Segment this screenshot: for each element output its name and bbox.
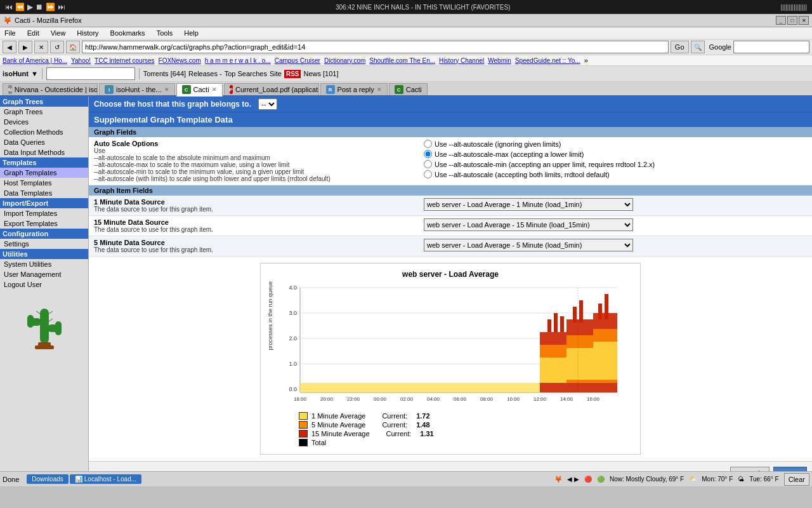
sidebar-item-data-queries[interactable]: Data Queries bbox=[0, 137, 88, 147]
host-select[interactable]: -- bbox=[258, 98, 277, 110]
radio-item-3[interactable]: Use --alt-autoscale-min (accepting an up… bbox=[424, 160, 807, 168]
sidebar-item-system-utilities[interactable]: System Utilities bbox=[0, 259, 88, 269]
bookmark-shoutfile[interactable]: Shoutfile.com The En... bbox=[369, 57, 435, 64]
media-play-btn[interactable]: ▶ bbox=[27, 3, 33, 11]
media-volume: |||||||||||||||| bbox=[780, 4, 807, 11]
site-link[interactable]: Site bbox=[270, 70, 282, 77]
forward-btn[interactable]: ▶ bbox=[18, 41, 32, 53]
bookmark-dict[interactable]: Dictionary.com bbox=[324, 57, 365, 64]
google-search-input[interactable] bbox=[733, 41, 809, 53]
go-btn[interactable]: Go bbox=[671, 41, 689, 53]
tab-reply-close[interactable]: ✕ bbox=[377, 86, 382, 93]
stop-btn[interactable]: ✕ bbox=[34, 41, 48, 53]
sidebar-item-user-management[interactable]: User Management bbox=[0, 269, 88, 279]
media-stop-btn[interactable]: ⏹ bbox=[36, 3, 43, 11]
tab-nirvana[interactable]: N Nirvana - Outcesticide | iso... ✕ bbox=[3, 83, 98, 95]
localhost-taskbar-item[interactable]: 📊 Localhost - Load... bbox=[70, 474, 141, 484]
legend-total-label: Total bbox=[311, 439, 326, 446]
sidebar-item-export-templates[interactable]: Export Templates bbox=[0, 218, 88, 229]
minimize-btn[interactable]: _ bbox=[776, 16, 786, 25]
isohunt-search-input[interactable] bbox=[46, 67, 135, 80]
cancel-button[interactable]: cancel bbox=[730, 467, 769, 471]
ds-1min-select[interactable]: web server - Load Average - 1 Minute (lo… bbox=[424, 198, 633, 211]
window-controls[interactable]: _ □ ✕ bbox=[776, 16, 809, 25]
ds-5min-select[interactable]: web server - Load Average - 5 Minute (lo… bbox=[424, 239, 633, 251]
clear-button[interactable]: Clear bbox=[784, 473, 809, 486]
bookmark-tcc[interactable]: TCC internet courses bbox=[95, 57, 154, 64]
releases-link[interactable]: Releases - bbox=[188, 70, 222, 77]
media-prev-btn[interactable]: ⏮ bbox=[5, 3, 13, 11]
legend-15min: 15 Minute Average Current: 1.31 bbox=[299, 430, 634, 438]
bookmark-fox[interactable]: FOXNews.com bbox=[159, 57, 201, 64]
maximize-btn[interactable]: □ bbox=[787, 16, 797, 25]
rss-badge[interactable]: RSS bbox=[284, 70, 301, 78]
menu-file[interactable]: File bbox=[3, 29, 18, 37]
sidebar-item-graph-trees[interactable]: Graph Trees bbox=[0, 107, 88, 117]
menu-history[interactable]: History bbox=[75, 29, 100, 37]
radio-item-4[interactable]: Use --alt-autoscale (accepting both limi… bbox=[424, 170, 807, 178]
bookmark-history[interactable]: History Channel bbox=[439, 57, 484, 64]
sidebar-item-import-templates[interactable]: Import Templates bbox=[0, 208, 88, 218]
radio-item-1[interactable]: Use --alt-autoscale (ignoring given limi… bbox=[424, 140, 807, 148]
top-searches-link[interactable]: Top Searches bbox=[225, 70, 267, 77]
save-button[interactable]: save bbox=[773, 467, 807, 471]
svg-rect-51 bbox=[605, 294, 608, 319]
bookmark-boa[interactable]: Bank of America | Ho... bbox=[3, 57, 67, 64]
sidebar-item-graph-templates[interactable]: Graph Templates bbox=[0, 168, 88, 178]
bookmark-webmin[interactable]: Webmin bbox=[488, 57, 511, 64]
ds-15min-select[interactable]: web server - Load Average - 15 Minute (l… bbox=[424, 218, 633, 231]
close-btn[interactable]: ✕ bbox=[799, 16, 809, 25]
refresh-btn[interactable]: ↺ bbox=[50, 41, 64, 53]
tab-isohunt[interactable]: i isoHunt - the... ✕ bbox=[99, 83, 175, 95]
svg-text:20:00: 20:00 bbox=[320, 396, 334, 402]
tab-cacti-close[interactable]: ✕ bbox=[212, 86, 217, 93]
tab-reply[interactable]: R Post a reply ✕ bbox=[320, 83, 388, 95]
svg-text:12:00: 12:00 bbox=[534, 396, 547, 402]
media-next-btn[interactable]: ⏭ bbox=[58, 3, 65, 11]
menu-help[interactable]: Help bbox=[182, 29, 200, 37]
media-controls[interactable]: ⏮ ⏪ ▶ ⏹ ⏩ ⏭ bbox=[5, 3, 65, 11]
search-btn[interactable]: 🔍 bbox=[691, 41, 705, 53]
sidebar-item-host-templates[interactable]: Host Templates bbox=[0, 178, 88, 188]
sidebar-item-collection-methods[interactable]: Collection Methods bbox=[0, 127, 88, 137]
radio-autoscale-2[interactable] bbox=[424, 150, 432, 158]
tab-reply-icon: R bbox=[326, 85, 335, 94]
tab-isohunt-icon: i bbox=[105, 85, 114, 94]
auto-scale-desc-2: --alt-autoscale-max to scale to the maxi… bbox=[94, 161, 424, 168]
radio-item-2[interactable]: Use --alt-autoscale-max (accepting a low… bbox=[424, 150, 807, 158]
sidebar-item-devices[interactable]: Devices bbox=[0, 117, 88, 127]
radio-autoscale-4[interactable] bbox=[424, 170, 432, 178]
back-btn[interactable]: ◀ bbox=[3, 41, 16, 53]
sidebar-item-data-templates[interactable]: Data Templates bbox=[0, 188, 88, 198]
menu-tools[interactable]: Tools bbox=[155, 29, 175, 37]
bookmark-hammer[interactable]: h a m m e r w a l k . o... bbox=[205, 57, 271, 64]
radio-autoscale-1[interactable] bbox=[424, 140, 432, 148]
svg-rect-35 bbox=[300, 383, 541, 392]
menu-view[interactable]: View bbox=[49, 29, 68, 37]
sidebar-item-logout[interactable]: Logout User bbox=[0, 279, 88, 290]
bookmark-campus[interactable]: Campus Cruiser bbox=[275, 57, 320, 64]
torrents-link[interactable]: Torrents [644] bbox=[143, 70, 186, 77]
svg-text:00:00: 00:00 bbox=[374, 396, 387, 402]
radio-autoscale-3[interactable] bbox=[424, 160, 432, 168]
tab-cacti2[interactable]: C Cacti bbox=[389, 83, 428, 95]
news-link[interactable]: News [101] bbox=[303, 70, 338, 77]
media-rewind-btn[interactable]: ⏪ bbox=[15, 3, 25, 11]
legend-5min-color bbox=[299, 421, 308, 429]
bookmark-speedguide[interactable]: SpeedGuide.net :: Yo... bbox=[515, 57, 580, 64]
downloads-taskbar-item[interactable]: Downloads bbox=[27, 474, 68, 484]
menu-edit[interactable]: Edit bbox=[25, 29, 41, 37]
home-btn[interactable]: 🏠 bbox=[66, 41, 80, 53]
sidebar-item-data-input-methods[interactable]: Data Input Methods bbox=[0, 147, 88, 157]
isohunt-arrow-icon: ▼ bbox=[31, 70, 38, 77]
nav-bar: ◀ ▶ ✕ ↺ 🏠 Go 🔍 Google bbox=[0, 39, 812, 55]
media-forward-btn[interactable]: ⏩ bbox=[46, 3, 55, 11]
menu-bookmarks[interactable]: Bookmarks bbox=[108, 29, 147, 37]
bookmark-yahoo[interactable]: Yahoo! bbox=[71, 57, 91, 64]
tab-cacti[interactable]: C Cacti ✕ bbox=[176, 83, 223, 97]
sidebar-item-settings[interactable]: Settings bbox=[0, 239, 88, 249]
tab-isohunt-close[interactable]: ✕ bbox=[164, 86, 169, 93]
address-bar[interactable] bbox=[82, 41, 669, 53]
bookmarks-more-btn[interactable]: » bbox=[584, 57, 588, 64]
tab-pdf[interactable]: P Current_Load.pdf (applicatio... ✕ bbox=[224, 83, 319, 95]
